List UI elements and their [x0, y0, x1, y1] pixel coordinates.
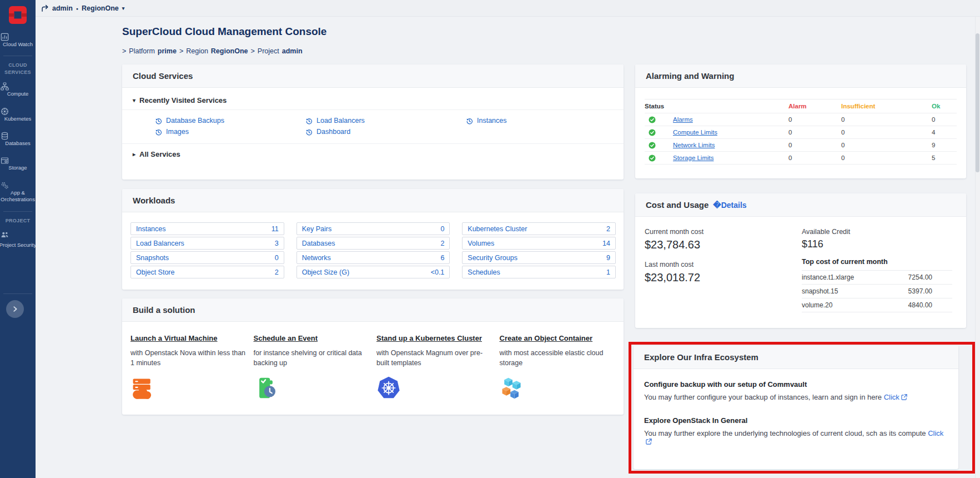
sidebar-item-label: App & Orchestrations	[1, 190, 35, 203]
gears-icon	[1, 181, 35, 190]
workload-kubernetes-cluster[interactable]: Kubernetes Cluster 2	[462, 222, 616, 235]
sidebar-item-cloud-watch[interactable]: Cloud Watch	[0, 28, 36, 52]
solution-link[interactable]: Schedule an Event	[254, 334, 318, 342]
sidebar-item-label: Cloud Watch	[1, 41, 35, 48]
workload-load-balancers[interactable]: Load Balancers 3	[130, 237, 284, 250]
sidebar-item-compute[interactable]: Compute	[0, 77, 36, 102]
sidebar: Cloud Watch CLOUD SERVICES Compute Kuber…	[0, 0, 36, 478]
workload-label[interactable]: Security Groups	[468, 254, 517, 262]
explore-title: Explore Our Infra Ecosystem	[644, 352, 758, 362]
sidebar-item-storage[interactable]: Storage	[0, 151, 36, 176]
breadcrumb-region-value[interactable]: RegionOne	[211, 47, 248, 55]
workload-object-size[interactable]: Object Size (G) <0.1	[296, 266, 450, 278]
workload-label[interactable]: Databases	[302, 240, 335, 247]
workload-security-groups[interactable]: Security Groups 9	[462, 251, 616, 264]
link-database-backups[interactable]: Database Backups	[155, 117, 305, 125]
sidebar-item-databases[interactable]: Databases	[0, 127, 36, 151]
sidebar-item-label: Storage	[1, 165, 35, 171]
solution-description: with most accessible elastic cloud stora…	[500, 348, 616, 369]
solution-kubernetes-cluster: Stand up a Kubernetes Cluster with Opens…	[376, 333, 492, 400]
explore-item-title: Configure backup with our setup of Commv…	[644, 380, 948, 389]
alarming-card: Alarming and Warning Status Alarm Insuff…	[635, 64, 966, 178]
workload-label[interactable]: Key Pairs	[302, 225, 332, 233]
alarm-row-link[interactable]: Storage Limits	[673, 155, 714, 161]
workload-label[interactable]: Snapshots	[136, 254, 169, 262]
kubernetes-icon	[1, 107, 35, 116]
workload-schedules[interactable]: Schedules 1	[462, 266, 616, 278]
sidebar-expand-button[interactable]	[6, 300, 24, 318]
insufficient-count: 0	[841, 129, 927, 136]
workload-label[interactable]: Kubernetes Cluster	[468, 225, 527, 233]
scrollbar-thumb[interactable]	[976, 33, 979, 172]
breadcrumb-region-prefix: Region	[186, 47, 208, 55]
explore-ecosystem-card: Explore Our Infra Ecosystem Configure ba…	[634, 346, 958, 469]
last-month-label: Last month cost	[645, 261, 802, 268]
sidebar-section-project: PROJECT	[0, 212, 36, 226]
workload-label[interactable]: Schedules	[468, 268, 500, 276]
sidebar-section-cloud-services: CLOUD SERVICES	[0, 56, 36, 77]
details-link[interactable]: �Details	[713, 201, 746, 210]
solution-link[interactable]: Stand up a Kubernetes Cluster	[376, 334, 482, 342]
click-link[interactable]: Click	[928, 429, 943, 437]
sidebar-item-project-security[interactable]: Project Security	[0, 226, 36, 253]
workload-label[interactable]: Object Store	[136, 268, 174, 276]
solution-description: with Openstack Magnum over pre-built tem…	[376, 348, 492, 369]
history-icon	[305, 128, 313, 136]
link-instances[interactable]: Instances	[466, 117, 624, 125]
sidebar-item-app-orchestrations[interactable]: App & Orchestrations	[0, 176, 36, 208]
workload-instances[interactable]: Instances 11	[130, 222, 284, 235]
history-icon	[466, 117, 473, 125]
top-cost-name: snapshot.15	[802, 287, 838, 295]
alarm-row-link[interactable]: Compute Limits	[673, 129, 717, 136]
link-load-balancers[interactable]: Load Balancers	[305, 117, 466, 125]
workload-object-store[interactable]: Object Store 2	[130, 266, 284, 278]
workload-label[interactable]: Volumes	[468, 240, 494, 247]
recently-visited-toggle[interactable]: ▾ Recently Visited Services	[122, 88, 624, 110]
workload-snapshots[interactable]: Snapshots 0	[130, 251, 284, 264]
top-cost-value: 4840.00	[908, 301, 952, 309]
breadcrumb-platform-value[interactable]: prime	[158, 47, 177, 55]
workload-label[interactable]: Networks	[302, 254, 331, 262]
workload-value: 14	[602, 240, 610, 247]
calendar-clock-icon	[254, 376, 278, 400]
ok-count: 4	[927, 129, 957, 136]
explore-item-description: You may further explore the underlying t…	[644, 429, 926, 437]
link-dashboard[interactable]: Dashboard	[305, 128, 466, 136]
workload-label[interactable]: Instances	[136, 225, 166, 233]
alarm-row-link[interactable]: Network Limits	[673, 142, 715, 148]
link-images[interactable]: Images	[155, 128, 305, 136]
top-cost-table: instance.t1.xlarge 7254.00 snapshot.15 5…	[802, 270, 952, 312]
alarming-header: Alarming and Warning	[635, 64, 966, 88]
link-label: Dashboard	[316, 128, 350, 136]
check-circle-icon	[649, 142, 656, 149]
all-services-toggle[interactable]: ▸ All Services	[122, 143, 624, 165]
sidebar-item-kubernetes[interactable]: Kubernetes	[0, 102, 36, 127]
workload-networks[interactable]: Networks 6	[296, 251, 450, 264]
breadcrumb-platform-prefix: Platform	[129, 47, 155, 55]
cubes-icon	[500, 376, 524, 400]
recently-visited-links: Database Backups Load Balancers Instance…	[122, 110, 624, 143]
workloads-card: Workloads Instances 11 Load Balancers 3 …	[122, 189, 624, 290]
scrollbar-track[interactable]	[975, 0, 980, 478]
project-region-switcher[interactable]: admin ● RegionOne ▾	[41, 0, 124, 17]
column-insufficient: Insufficient	[841, 103, 927, 109]
explore-item-commvault: Configure backup with our setup of Commv…	[644, 380, 948, 401]
external-link-icon	[901, 394, 907, 400]
breadcrumb-separator: >	[251, 47, 255, 55]
workload-label[interactable]: Object Size (G)	[302, 268, 349, 276]
sidebar-item-label: Compute	[1, 91, 35, 97]
workload-volumes[interactable]: Volumes 14	[462, 237, 616, 250]
top-cost-name: instance.t1.xlarge	[802, 273, 854, 281]
kubernetes-wheel-icon	[376, 376, 401, 400]
click-link[interactable]: Click	[884, 393, 899, 401]
solution-link[interactable]: Create an Object Container	[500, 334, 593, 342]
workload-key-pairs[interactable]: Key Pairs 0	[296, 222, 450, 235]
workload-databases[interactable]: Databases 2	[296, 237, 450, 250]
history-icon	[155, 128, 162, 136]
top-cost-row: instance.t1.xlarge 7254.00	[802, 270, 952, 284]
workload-label[interactable]: Load Balancers	[136, 240, 184, 247]
breadcrumb-project-value[interactable]: admin	[282, 47, 303, 55]
solution-link[interactable]: Launch a Virtual Machine	[130, 334, 218, 342]
alarm-row-link[interactable]: Alarms	[673, 116, 693, 123]
explore-item-openstack: Explore OpenStack In General You may fur…	[644, 416, 948, 446]
